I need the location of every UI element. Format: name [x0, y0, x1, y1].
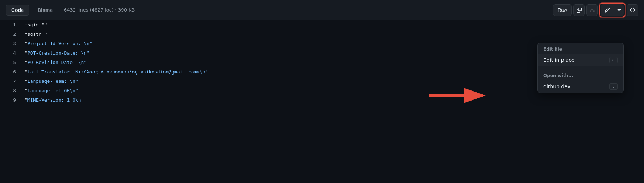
- line-number: 9: [0, 95, 22, 105]
- line-number: 5: [0, 58, 22, 67]
- line-number: 4: [0, 48, 22, 58]
- code-area: 1msgid ""2msgstr ""3"Project-Id-Version:…: [0, 20, 644, 183]
- line-code: msgid "": [22, 20, 644, 30]
- edit-dropdown-button[interactable]: [614, 4, 624, 16]
- code-token: Language: el_GR\n": [27, 88, 78, 93]
- line-code: msgstr "": [22, 30, 644, 39]
- tab-code[interactable]: Code: [6, 5, 29, 16]
- code-token: ": [25, 78, 27, 84]
- code-token: ": [25, 88, 27, 93]
- edit-btn-inner: [601, 4, 624, 16]
- edit-button-wrapper: [599, 3, 625, 17]
- main-container: Code Blame 6432 lines (4827 loc) · 390 K…: [0, 0, 644, 183]
- toolbar-actions: Raw: [553, 3, 638, 17]
- copy-icon: [577, 7, 582, 13]
- chevron-down-icon: [617, 8, 621, 12]
- table-row: 2msgstr "": [0, 30, 644, 39]
- code-token: ": [25, 50, 27, 56]
- code-token: Project-Id-Version: \n": [27, 41, 92, 46]
- code-token: msgstr "": [25, 31, 50, 37]
- code-token: ": [25, 97, 27, 103]
- code-token: PO-Revision-Date: \n": [27, 60, 87, 65]
- dropdown-divider: [538, 68, 623, 68]
- table-row: 9"MIME-Version: 1.0\n": [0, 95, 644, 105]
- code-icon: [630, 7, 635, 13]
- dropdown-menu: Edit file Edit in place e Open with... g…: [537, 43, 624, 93]
- toolbar: Code Blame 6432 lines (4827 loc) · 390 K…: [0, 0, 644, 20]
- code-token: POT-Creation-Date: \n": [27, 50, 89, 56]
- dropdown-item-edit-in-place[interactable]: Edit in place e: [538, 54, 623, 66]
- download-button[interactable]: [586, 4, 598, 16]
- dropdown-section-open: Open with...: [538, 69, 623, 80]
- dropdown-item-github-dev[interactable]: github.dev .: [538, 80, 623, 93]
- raw-button[interactable]: Raw: [553, 4, 572, 16]
- github-dev-label: github.dev: [543, 84, 570, 89]
- github-dev-kbd: .: [609, 83, 618, 90]
- copy-button[interactable]: [573, 4, 585, 16]
- line-code: "MIME-Version: 1.0\n": [22, 95, 644, 105]
- code-token: Last-Translator: Νικόλαος Διονυσόπουλος …: [27, 69, 208, 75]
- line-number: 6: [0, 67, 22, 77]
- line-number: 1: [0, 20, 22, 30]
- line-number: 2: [0, 30, 22, 39]
- code-token: ": [25, 41, 27, 46]
- tab-blame[interactable]: Blame: [32, 5, 58, 16]
- download-icon: [590, 7, 595, 13]
- line-number: 8: [0, 86, 22, 95]
- pencil-icon: [604, 7, 610, 13]
- dropdown-section-edit: Edit file: [538, 43, 623, 54]
- code-token: ": [25, 60, 27, 65]
- edit-in-place-kbd: e: [609, 57, 618, 63]
- edit-pencil-button[interactable]: [601, 4, 614, 16]
- line-number: 3: [0, 39, 22, 48]
- code-view-button[interactable]: [627, 4, 638, 16]
- code-token: MIME-Version: 1.0\n": [27, 97, 84, 103]
- table-row: 1msgid "": [0, 20, 644, 30]
- file-info: 6432 lines (4827 loc) · 390 KB: [64, 7, 135, 13]
- edit-in-place-label: Edit in place: [543, 57, 574, 63]
- code-token: Language-Team: \n": [27, 78, 78, 84]
- line-number: 7: [0, 77, 22, 86]
- code-token: msgid "": [25, 22, 47, 27]
- code-token: ": [25, 69, 27, 75]
